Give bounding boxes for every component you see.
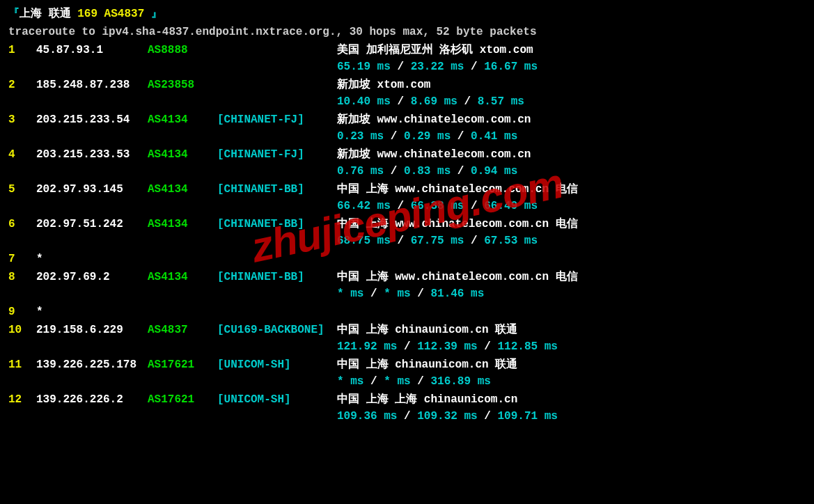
hop-geo: 美国 加利福尼亚州 洛杉矶 xtom.com <box>337 42 806 58</box>
hop-asn: AS4134 <box>148 216 217 233</box>
hop-ip: 202.97.51.242 <box>36 216 148 233</box>
hop-geo: 新加坡 www.chinatelecom.com.cn <box>337 146 806 163</box>
hop-details: 中国 上海 www.chinatelecom.com.cn 电信* ms / *… <box>337 269 806 302</box>
hop-tag: [CHINANET-FJ] <box>217 111 337 128</box>
hop-number: 5 <box>8 181 36 198</box>
rtt-2: 112.39 ms <box>417 340 477 353</box>
hop-number: 12 <box>8 391 36 408</box>
hop-asn: AS8888 <box>148 42 217 58</box>
rtt-1: 10.40 ms <box>337 95 391 108</box>
hop-row: 8202.97.69.2AS4134[CHINANET-BB]中国 上海 www… <box>8 269 806 302</box>
hop-asn: AS4134 <box>148 111 217 128</box>
traceroute-command: traceroute to ipv4.sha-4837.endpoint.nxt… <box>8 24 806 40</box>
hop-tag: [UNICOM-SH] <box>217 391 337 408</box>
hop-ip: 202.97.69.2 <box>36 269 148 285</box>
hop-details: 美国 加利福尼亚州 洛杉矶 xtom.com65.19 ms / 23.22 m… <box>337 42 806 75</box>
hop-asn: AS4134 <box>148 146 217 163</box>
rtt-separator: / <box>464 235 484 247</box>
hop-rtt: 68.75 ms / 67.75 ms / 67.53 ms <box>337 233 806 249</box>
rtt-1: 121.92 ms <box>337 340 397 353</box>
rtt-3: 66.49 ms <box>484 200 538 212</box>
hop-ip: 202.97.93.145 <box>36 181 148 198</box>
hop-rtt: 121.92 ms / 112.39 ms / 112.85 ms <box>337 338 806 355</box>
bracket-close: 』 <box>144 8 162 20</box>
rtt-2: 67.75 ms <box>411 235 464 247</box>
hop-details: 中国 上海 chinaunicom.cn 联通121.92 ms / 112.3… <box>337 322 806 355</box>
header-location: 上海 联通 <box>19 8 71 20</box>
hop-ip: 45.87.93.1 <box>36 42 148 58</box>
rtt-2: 109.32 ms <box>417 410 477 423</box>
hop-details: 中国 上海 www.chinatelecom.com.cn 电信66.42 ms… <box>337 181 806 214</box>
hop-number: 1 <box>8 42 36 58</box>
hop-row: 9* <box>8 304 806 320</box>
rtt-2: * ms <box>384 375 410 388</box>
hop-geo: 中国 上海 www.chinatelecom.com.cn 电信 <box>337 269 806 285</box>
hop-ip: 219.158.6.229 <box>36 322 148 338</box>
hop-rtt: 66.42 ms / 66.38 ms / 66.49 ms <box>337 198 806 214</box>
rtt-2: 8.69 ms <box>411 95 457 108</box>
rtt-separator: / <box>464 61 484 73</box>
rtt-2: 23.22 ms <box>411 61 464 73</box>
hop-geo: 新加坡 www.chinatelecom.com.cn <box>337 111 806 128</box>
hop-ip: * <box>36 251 148 267</box>
rtt-1: 68.75 ms <box>337 235 391 247</box>
rtt-3: 8.57 ms <box>478 95 524 108</box>
hop-ip: * <box>36 304 148 320</box>
rtt-separator: / <box>391 95 411 108</box>
rtt-separator: / <box>391 235 411 247</box>
rtt-3: 112.85 ms <box>497 340 557 353</box>
hop-details: 中国 上海 www.chinatelecom.com.cn 电信68.75 ms… <box>337 216 806 249</box>
hops-container: 145.87.93.1AS8888美国 加利福尼亚州 洛杉矶 xtom.com6… <box>8 42 806 425</box>
hop-row: 12139.226.226.2AS17621[UNICOM-SH]中国 上海 上… <box>8 391 806 425</box>
hop-asn: AS23858 <box>148 77 217 93</box>
hop-row: 2185.248.87.238AS23858新加坡 xtom.com10.40 … <box>8 77 806 110</box>
hop-tag: [CHINANET-BB] <box>217 216 337 233</box>
bracket-open: 『 <box>8 8 19 20</box>
rtt-separator: / <box>451 165 471 178</box>
hop-row: 3203.215.233.54AS4134[CHINANET-FJ]新加坡 ww… <box>8 111 806 145</box>
hop-tag: [CHINANET-BB] <box>217 269 337 285</box>
hop-number: 10 <box>8 322 36 338</box>
rtt-1: * ms <box>337 375 363 388</box>
hop-tag: [CHINANET-FJ] <box>217 146 337 163</box>
rtt-separator: / <box>457 95 478 108</box>
hop-number: 7 <box>8 251 36 267</box>
hop-number: 6 <box>8 216 36 233</box>
rtt-1: 109.36 ms <box>337 410 397 423</box>
hop-row: 5202.97.93.145AS4134[CHINANET-BB]中国 上海 w… <box>8 181 806 214</box>
rtt-3: 109.71 ms <box>497 410 557 423</box>
hop-rtt: 10.40 ms / 8.69 ms / 8.57 ms <box>337 93 806 110</box>
rtt-2: * ms <box>384 288 410 300</box>
rtt-1: 66.42 ms <box>337 200 391 212</box>
rtt-3: 0.94 ms <box>471 165 517 178</box>
hop-ip: 139.226.226.2 <box>36 391 148 408</box>
rtt-separator: / <box>391 61 411 73</box>
hop-row: 11139.226.225.178AS17621[UNICOM-SH]中国 上海… <box>8 356 806 390</box>
hop-asn: AS4837 <box>148 322 217 338</box>
hop-asn: AS4134 <box>148 269 217 285</box>
hop-tag: [UNICOM-SH] <box>217 356 337 373</box>
rtt-separator: / <box>411 375 431 388</box>
hop-ip: 185.248.87.238 <box>36 77 148 93</box>
hop-row: 4203.215.233.53AS4134[CHINANET-FJ]新加坡 ww… <box>8 146 806 180</box>
hop-details: 新加坡 www.chinatelecom.com.cn0.23 ms / 0.2… <box>337 111 806 145</box>
hop-rtt: * ms / * ms / 316.89 ms <box>337 373 806 390</box>
hop-number: 3 <box>8 111 36 128</box>
hop-number: 2 <box>8 77 36 93</box>
hop-ip: 203.215.233.54 <box>36 111 148 128</box>
rtt-2: 0.29 ms <box>404 130 451 143</box>
hop-row: 10219.158.6.229AS4837[CU169-BACKBONE]中国 … <box>8 322 806 355</box>
hop-details: 中国 上海 chinaunicom.cn 联通* ms / * ms / 316… <box>337 356 806 390</box>
hop-rtt: * ms / * ms / 81.46 ms <box>337 285 806 302</box>
rtt-1: 0.23 ms <box>337 130 384 143</box>
rtt-separator: / <box>384 130 404 143</box>
rtt-2: 0.83 ms <box>404 165 451 178</box>
hop-number: 8 <box>8 269 36 285</box>
hop-number: 4 <box>8 146 36 163</box>
hop-geo: 中国 上海 www.chinatelecom.com.cn 电信 <box>337 216 806 233</box>
hop-rtt: 0.23 ms / 0.29 ms / 0.41 ms <box>337 128 806 145</box>
rtt-separator: / <box>384 165 404 178</box>
hop-rtt: 65.19 ms / 23.22 ms / 16.67 ms <box>337 58 806 75</box>
hop-tag: [CU169-BACKBONE] <box>217 322 337 338</box>
rtt-separator: / <box>411 288 431 300</box>
